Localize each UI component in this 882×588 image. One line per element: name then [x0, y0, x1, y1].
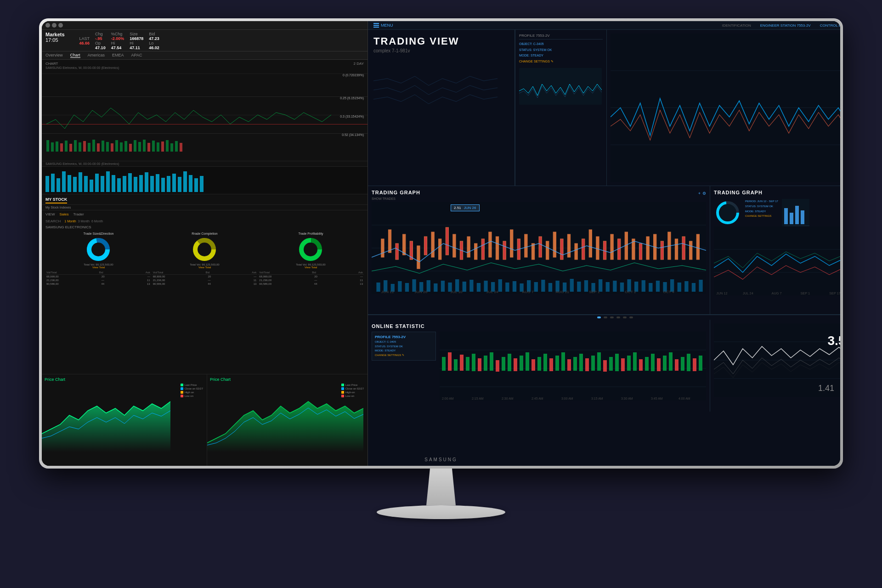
- menu-label[interactable]: MENU: [373, 23, 393, 28]
- svg-rect-72: [373, 27, 379, 28]
- svg-rect-110: [582, 239, 585, 260]
- donut-link-1[interactable]: View Total: [198, 266, 211, 269]
- svg-text:OCT 2: OCT 2: [625, 290, 636, 294]
- os-main: ONLINE STATISTIC PROFILE 7553-2V OBJECT:…: [368, 320, 710, 412]
- volume-svg: [42, 167, 336, 194]
- tg-change[interactable]: CHANGE SETTINGS: [745, 214, 778, 219]
- maximize-btn[interactable]: [58, 23, 63, 28]
- svg-rect-16: [120, 142, 123, 152]
- size-group: Size 166878 Hi 47.11: [130, 32, 143, 50]
- svg-rect-48: [145, 172, 148, 192]
- size-label: Size: [130, 32, 143, 36]
- engineer-station: ENGINEER STATION 7553-2V: [760, 23, 811, 28]
- nav-apac[interactable]: APAC: [131, 53, 142, 58]
- svg-text:3:45 AM: 3:45 AM: [651, 397, 663, 400]
- right-top-bar: MENU IDENTIFICATION ENGINEER STATION 755…: [368, 21, 840, 30]
- ms-nav-trader[interactable]: Trader: [73, 212, 84, 216]
- svg-rect-212: [496, 360, 499, 372]
- svg-rect-35: [73, 177, 77, 192]
- svg-rect-172: [699, 280, 702, 292]
- time-filter: 1 Month 3 Month 6 Month: [64, 220, 103, 223]
- svg-rect-58: [200, 176, 204, 192]
- ms-nav-view[interactable]: VIEW: [45, 212, 55, 216]
- donut-label-0: Trade Size&Direction: [84, 232, 114, 235]
- price-level-0: 0 (0.720239%): [343, 74, 364, 77]
- svg-rect-19: [134, 140, 136, 152]
- svg-rect-232: [615, 354, 619, 371]
- legend-item-2: High on: [181, 391, 203, 394]
- legend-item-0: Last Price: [181, 384, 203, 386]
- donut-svg-0: [86, 237, 111, 262]
- table-row-2-0: 68,999,0020—: [258, 275, 364, 278]
- svg-rect-207: [466, 357, 469, 371]
- svg-rect-51: [161, 178, 165, 192]
- svg-rect-169: [678, 283, 681, 292]
- svg-rect-14: [111, 143, 113, 152]
- nav-bar: Overview Chart Americas EMEA APAC: [42, 51, 368, 60]
- nav-americas[interactable]: Americas: [88, 53, 105, 58]
- tf-6month[interactable]: 6 Month: [91, 220, 103, 223]
- svg-rect-125: [690, 241, 692, 260]
- svg-text:SEP 17: SEP 17: [829, 292, 840, 295]
- nav-chart[interactable]: Chart: [70, 53, 80, 58]
- volume-chart: [42, 167, 368, 194]
- tooltip-value: 2.51: [454, 206, 461, 210]
- donut-link-0[interactable]: View Total: [92, 266, 105, 269]
- big-number: 3.52: [828, 334, 841, 348]
- minimize-btn[interactable]: [52, 23, 57, 28]
- small-number: 1.41: [818, 384, 834, 393]
- cc-dot-4[interactable]: [623, 317, 627, 318]
- svg-text:AUG 7: AUG 7: [772, 292, 782, 295]
- price-chart-svg-left: [42, 388, 170, 457]
- cc-dot-3[interactable]: [616, 317, 620, 318]
- svg-rect-98: [496, 237, 498, 260]
- legend-label-1: Close on 02/27: [185, 387, 203, 390]
- nav-emea[interactable]: EMEA: [112, 53, 124, 58]
- svg-rect-43: [117, 178, 121, 192]
- svg-rect-105: [546, 241, 549, 260]
- svg-text:4:00 AM: 4:00 AM: [678, 397, 690, 400]
- tg-status: STATUS: SYSTEM OK: [745, 204, 778, 209]
- menu-icon: [373, 23, 379, 28]
- tv-subtitle: complex 7-1-981v: [373, 48, 509, 53]
- table-col-1: Vol/TotalBidAsk 68,999,0020— 21,236,00—1…: [152, 271, 258, 286]
- cc-dot-5[interactable]: [629, 317, 633, 318]
- legend-label-2: High on: [185, 391, 194, 394]
- profile-change-settings[interactable]: CHANGE SETTINGS ✎: [519, 59, 603, 65]
- svg-rect-216: [520, 356, 523, 371]
- svg-rect-2: [56, 141, 58, 152]
- tg-plus-btn[interactable]: +: [698, 191, 701, 196]
- tf-3month[interactable]: 3 Month: [78, 220, 90, 223]
- tf-1month[interactable]: 1 Month: [64, 220, 76, 223]
- svg-text:JUL 24: JUL 24: [486, 290, 499, 294]
- size-value: 166878: [130, 36, 143, 41]
- tg-right: TRADING GRAPH + ⚙: [710, 186, 840, 314]
- svg-rect-171: [692, 283, 695, 292]
- cc-dot-1[interactable]: [604, 317, 607, 318]
- svg-rect-9: [88, 143, 90, 152]
- svg-rect-160: [613, 281, 616, 292]
- tooltip-date: JUN 26: [464, 206, 476, 210]
- cc-dot-2[interactable]: [610, 317, 614, 318]
- legend-item-r0: Last Price: [341, 384, 364, 386]
- ms-nav-sales[interactable]: Sales: [59, 212, 68, 216]
- search-bar: SEARCH 1 Month 3 Month 6 Month: [42, 218, 368, 224]
- tg-settings-btn[interactable]: ⚙: [702, 191, 706, 196]
- svg-rect-119: [646, 237, 649, 260]
- donut-link-2[interactable]: View Total: [305, 266, 317, 269]
- cc-dot-0[interactable]: [597, 317, 601, 318]
- pct-group: %Chg -2.00% Hi 47.54: [111, 32, 124, 50]
- svg-text:JUN 26: JUN 26: [415, 290, 428, 294]
- svg-text:JUN 12: JUN 12: [716, 292, 727, 295]
- svg-rect-203: [442, 357, 446, 371]
- svg-rect-20: [138, 142, 141, 152]
- nav-overview[interactable]: Overview: [45, 53, 63, 58]
- right-panel: MENU IDENTIFICATION ENGINEER STATION 755…: [368, 21, 840, 466]
- svg-rect-41: [106, 171, 110, 192]
- svg-rect-45: [128, 173, 132, 192]
- right-top-right: IDENTIFICATION ENGINEER STATION 7553-2V …: [722, 23, 840, 28]
- close-btn[interactable]: [45, 23, 50, 28]
- os-change-settings[interactable]: CHANGE SETTINGS ✎: [375, 353, 433, 358]
- table-row-0-2: 90,586,004413: [45, 282, 151, 286]
- table-row-0-0: 68,999,0020—: [45, 275, 151, 278]
